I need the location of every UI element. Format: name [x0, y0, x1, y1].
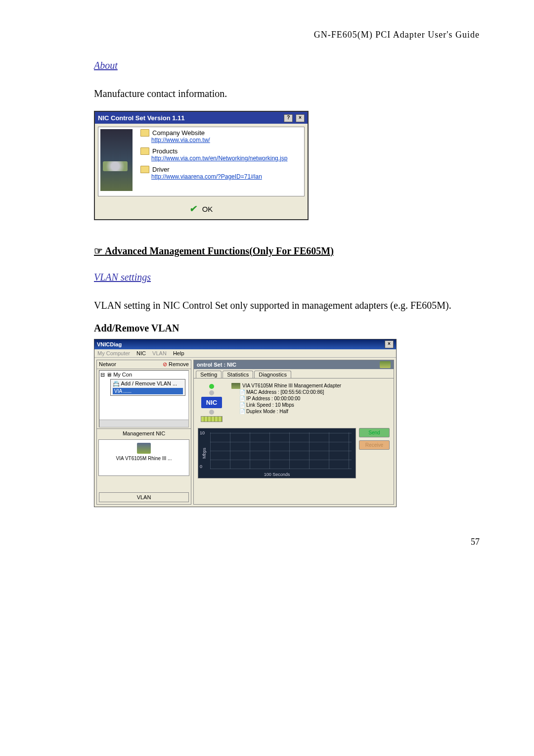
add-remove-vlan-heading: Add/Remove VLAN: [94, 323, 480, 334]
status-dot: [209, 410, 214, 415]
company-website-link[interactable]: http://www.via.com.tw/: [151, 137, 299, 143]
folder-icon: [140, 147, 149, 155]
tab-statistics[interactable]: Statistics: [222, 371, 253, 378]
link-row-products: Products http://www.via.com.tw/en/Networ…: [140, 147, 299, 162]
vnicdiag-menubar: My Computer NIC VLAN Help: [94, 349, 396, 358]
tree-area[interactable]: ⊟ 🖥 My Con 📇 Add / Remove VLAN ... VIA .…: [99, 370, 189, 427]
link-row-company: Company Website http://www.via.com.tw/: [140, 129, 299, 143]
driver-link[interactable]: http://www.viaarena.com/?PageID=71#lan: [151, 173, 299, 180]
advanced-section-title: Advanced Management Functions(Only For F…: [94, 245, 480, 257]
vlan-button[interactable]: VLAN: [99, 492, 189, 502]
tab-diagnostics[interactable]: Diagnostics: [254, 371, 291, 378]
vnicdiag-titlebar: VNICDiag ×: [94, 339, 396, 349]
folder-icon: [140, 166, 149, 173]
adapter-info-tree: VIA VT6105M Rhine III Management Adapter…: [231, 382, 341, 415]
menu-nic[interactable]: NIC: [136, 350, 146, 356]
check-icon: ✔: [189, 203, 198, 214]
adapter-icon: [231, 383, 240, 389]
sheet-icon: [239, 396, 246, 401]
about-links: Company Website http://www.via.com.tw/ P…: [140, 129, 299, 191]
chart-ymax: 10: [200, 430, 205, 435]
right-header: ontrol Set : NIC: [194, 360, 394, 369]
menu-vlan[interactable]: VLAN: [152, 350, 167, 356]
vlan-settings-heading: VLAN settings: [94, 272, 480, 283]
about-titlebar: NIC Control Set Version 1.11 ? ×: [95, 112, 308, 124]
tab-row: Setting Statistics Diagnostics: [194, 369, 394, 378]
products-label: Products: [152, 147, 178, 155]
vnicdiag-title: VNICDiag: [97, 341, 122, 347]
nic-badge: NIC: [198, 382, 225, 422]
adapter-mac: MAC Address : [00:55:56:C0:00:86]: [246, 389, 324, 395]
ok-row: ✔OK: [95, 199, 308, 219]
chart-area: 10 Mbps 0 100 Seconds Send Receive: [198, 428, 390, 478]
left-pane: Networ ⊘ Remove ⊟ 🖥 My Con 📇 Add / Remov…: [96, 360, 191, 505]
company-website-label: Company Website: [152, 129, 205, 137]
close-button[interactable]: ×: [385, 340, 394, 348]
right-header-title: ontrol Set : NIC: [197, 362, 236, 368]
status-dot-green: [209, 384, 214, 389]
vlan-settings-description: VLAN setting in NIC Control Set only sup…: [94, 298, 480, 313]
about-heading: About: [94, 60, 480, 71]
chart-ylabel: Mbps: [202, 448, 207, 459]
chart-legend: Send Receive: [359, 428, 390, 478]
chart-grid: [210, 432, 352, 469]
adapter-ip: IP Address : 00:00:00:00: [246, 396, 300, 401]
nic-header-icon: [380, 361, 391, 368]
about-body: Company Website http://www.via.com.tw/ P…: [98, 127, 305, 196]
page-header: GN-FE605(M) PCI Adapter User's Guide: [94, 30, 480, 40]
about-dialog: NIC Control Set Version 1.11 ? × Company…: [94, 111, 309, 220]
port-strip-icon: [201, 416, 222, 422]
nic-card-icon: [137, 443, 151, 454]
vnicdiag-window: VNICDiag × My Computer NIC VLAN Help Net…: [94, 339, 397, 507]
folder-icon: [140, 129, 149, 137]
ok-button[interactable]: OK: [202, 205, 213, 213]
link-row-driver: Driver http://www.viaarena.com/?PageID=7…: [140, 166, 299, 180]
chart-ymin: 0: [200, 464, 202, 469]
adapter-duplex: Duplex Mode : Half: [246, 409, 288, 414]
about-image: [100, 129, 133, 191]
right-pane: ontrol Set : NIC Setting Statistics Diag…: [193, 360, 394, 505]
products-link[interactable]: http://www.via.com.tw/en/Networking/netw…: [151, 155, 299, 162]
throughput-chart: 10 Mbps 0 100 Seconds: [198, 428, 356, 478]
info-area: NIC VIA VT6105M Rhine III Management Ada…: [194, 378, 394, 426]
legend-send[interactable]: Send: [359, 428, 390, 437]
management-nic-label: Management NIC: [97, 428, 191, 438]
management-nic-box[interactable]: VIA VT6105M Rhine III ...: [98, 439, 189, 476]
management-nic-caption: VIA VT6105M Rhine III ...: [100, 456, 187, 461]
context-menu-highlight[interactable]: VIA ......: [113, 388, 183, 394]
network-label: Networ: [99, 361, 116, 368]
menu-help[interactable]: Help: [173, 350, 184, 356]
left-header: Networ ⊘ Remove: [97, 360, 191, 369]
close-button[interactable]: ×: [296, 114, 305, 122]
remove-button[interactable]: Remove: [169, 361, 189, 367]
nic-logo: NIC: [201, 397, 222, 408]
titlebar-buttons: ? ×: [283, 113, 305, 122]
adapter-link-speed: Link Speed : 10 Mbps: [246, 402, 294, 408]
sheet-icon: [239, 389, 246, 395]
tree-root: My Con: [113, 372, 132, 378]
tab-setting[interactable]: Setting: [196, 371, 222, 378]
sheet-icon: [239, 409, 246, 414]
context-menu-add-vlan[interactable]: 📇 Add / Remove VLAN ...: [113, 380, 183, 387]
chart-xlabel: 100 Seconds: [198, 472, 356, 477]
sheet-icon: [239, 402, 246, 408]
about-description: Manufacture contact information.: [94, 86, 480, 101]
menu-my-computer[interactable]: My Computer: [97, 350, 130, 356]
adapter-name: VIA VT6105M Rhine III Management Adapter: [242, 382, 341, 389]
context-menu: 📇 Add / Remove VLAN ... VIA ......: [110, 379, 185, 396]
driver-label: Driver: [152, 166, 170, 173]
help-button[interactable]: ?: [284, 114, 293, 122]
status-dot: [209, 390, 214, 395]
page-number: 57: [94, 537, 480, 547]
legend-receive[interactable]: Receive: [359, 440, 390, 450]
about-dialog-title: NIC Control Set Version 1.11: [98, 114, 185, 122]
remove-icon: ⊘: [163, 361, 167, 367]
